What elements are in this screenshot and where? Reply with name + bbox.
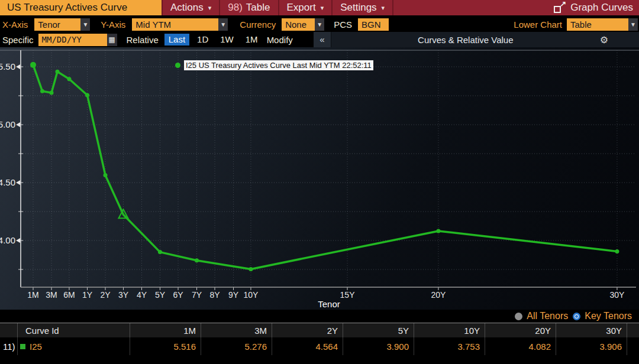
yield-curve-chart: 1M3M6M1Y2Y3Y4Y5Y6Y7Y8Y9Y10Y15Y20Y30Y5.50…: [0, 47, 639, 310]
col-header-2y[interactable]: 2Y: [272, 323, 343, 337]
settings-menu[interactable]: Settings ▾: [331, 0, 392, 15]
table-header-row: Curve Id 1M 3M 2Y 5Y 10Y 20Y 30Y: [0, 323, 639, 337]
relative-option-1d[interactable]: 1D: [193, 34, 212, 46]
chevron-down-icon: ▼: [218, 18, 228, 31]
value-10y: 3.753: [414, 337, 485, 355]
bottom-filler: [0, 355, 639, 364]
data-point-3M[interactable]: [50, 90, 54, 95]
series-dot-icon: [175, 63, 180, 68]
curve-I25[interactable]: [33, 65, 617, 269]
table-shortcut-button[interactable]: 98) Table: [219, 0, 277, 15]
chevron-down-icon: ▾: [382, 4, 385, 12]
panel-title: Curves & Relative Value: [331, 35, 600, 45]
export-menu[interactable]: Export ▾: [278, 0, 332, 15]
col-header-20y[interactable]: 20Y: [485, 323, 556, 337]
data-point-2Y[interactable]: [104, 173, 108, 177]
row-number-header: [0, 323, 18, 337]
key-tenors-radio[interactable]: Key Tenors: [573, 311, 632, 321]
data-point-1M[interactable]: [30, 62, 36, 68]
collapse-panel-button[interactable]: «: [314, 32, 331, 47]
all-tenors-label: All Tenors: [527, 311, 568, 321]
curve-id-value: I25: [30, 342, 42, 352]
gear-icon[interactable]: ⚙: [600, 34, 608, 46]
lower-chart-select[interactable]: Table ▼: [567, 18, 638, 31]
data-point-10Y[interactable]: [248, 267, 253, 271]
data-point-20Y[interactable]: [436, 229, 440, 233]
data-point-1Y[interactable]: [85, 93, 89, 98]
y-axis-arrow-icon: [16, 238, 20, 243]
modify-button[interactable]: Modify: [267, 35, 293, 45]
x-tick-label: 2Y: [100, 290, 111, 300]
x-tick-label: 1Y: [82, 290, 93, 300]
value-30y: 3.906: [556, 337, 627, 355]
x-tick-label: 4Y: [137, 290, 147, 300]
row-number: 11): [0, 337, 18, 355]
table-row[interactable]: 11) I25 5.516 5.276 4.564 3.900 3.753 4.…: [0, 337, 639, 355]
x-tick-label: 5Y: [155, 290, 166, 300]
col-header-10y[interactable]: 10Y: [414, 323, 485, 337]
y-tick-label: 5.00: [0, 119, 15, 129]
curve-id-header: Curve Id: [18, 323, 130, 337]
col-header-3m[interactable]: 3M: [201, 323, 272, 337]
value-2y: 4.564: [272, 337, 343, 355]
data-point-6M[interactable]: [67, 77, 71, 81]
x-tick-label: 6M: [63, 290, 75, 300]
x-tick-label: 8Y: [209, 290, 220, 300]
key-tenors-label: Key Tenors: [585, 311, 632, 321]
currency-label: Currency: [240, 20, 276, 30]
data-point-4M[interactable]: [55, 70, 59, 74]
page-title: US Treasury Actives Curve: [0, 0, 162, 15]
chevron-down-icon: ▼: [80, 18, 90, 31]
titlebar-spacer: [392, 0, 554, 15]
relative-option-1m[interactable]: 1M: [241, 34, 262, 46]
calendar-icon[interactable]: ▦: [107, 34, 117, 46]
date-toolbar: Specific MM/DD/YY ▦ Relative Last 1D 1W …: [0, 32, 639, 47]
curves-relative-value-panel: « Curves & Relative Value ⚙: [314, 32, 639, 47]
x-tick-label: 7Y: [192, 290, 202, 300]
y-tick-label: 4.00: [0, 235, 15, 245]
yield-curve-plot[interactable]: 1M3M6M1Y2Y3Y4Y5Y6Y7Y8Y9Y10Y15Y20Y30Y5.50…: [0, 47, 639, 310]
data-point-7Y[interactable]: [195, 258, 199, 262]
col-header-30y[interactable]: 30Y: [556, 323, 627, 337]
chevron-down-icon: ▼: [315, 18, 324, 31]
shortcut-number: 98): [228, 2, 243, 14]
radio-selected-icon: [573, 313, 580, 320]
x-tick-label: 9Y: [228, 290, 239, 300]
actions-menu[interactable]: Actions ▾: [162, 0, 219, 15]
y-tick-label: 4.50: [0, 177, 15, 187]
y-axis-arrow-icon: [16, 180, 20, 185]
chevron-down-icon: ▾: [208, 4, 212, 12]
col-header-1m[interactable]: 1M: [130, 323, 201, 337]
tenor-toggle-row: All Tenors Key Tenors: [0, 310, 639, 323]
axis-toolbar: X-Axis Tenor ▼ Y-Axis Mid YTM ▼ Currency…: [0, 17, 639, 32]
currency-select[interactable]: None ▼: [282, 18, 324, 31]
title-bar: US Treasury Actives Curve Actions ▾ 98) …: [0, 0, 639, 17]
x-axis-title: Tenor: [318, 299, 340, 309]
data-point-5Y[interactable]: [158, 250, 162, 254]
radio-unselected-icon: [515, 313, 522, 320]
relative-option-last[interactable]: Last: [164, 34, 189, 46]
data-point-30Y[interactable]: [615, 249, 619, 254]
curve-table: Curve Id 1M 3M 2Y 5Y 10Y 20Y 30Y 11) I25…: [0, 323, 639, 355]
x-tick-label: 15Y: [340, 290, 356, 300]
data-point-2M[interactable]: [40, 89, 44, 93]
pcs-field[interactable]: BGN: [358, 18, 389, 31]
chevron-down-icon: ▼: [628, 18, 638, 31]
value-5y: 3.900: [343, 337, 414, 355]
col-header-5y[interactable]: 5Y: [343, 323, 414, 337]
x-axis-select[interactable]: Tenor ▼: [34, 18, 90, 31]
lower-chart-label: Lower Chart: [514, 20, 562, 30]
pop-out-icon[interactable]: ↗: [554, 2, 566, 14]
x-tick-label: 1M: [27, 290, 38, 300]
specific-date-input[interactable]: MM/DD/YY: [38, 34, 107, 46]
y-axis-arrow-icon: [16, 122, 20, 127]
x-tick-label: 6Y: [173, 290, 183, 300]
relative-option-1w[interactable]: 1W: [216, 34, 238, 46]
y-axis-select[interactable]: Mid YTM ▼: [132, 18, 228, 31]
x-tick-label: 3M: [46, 290, 57, 300]
all-tenors-radio[interactable]: All Tenors: [515, 311, 568, 321]
legend-text: I25 US Treasury Actives Curve Last Mid Y…: [184, 60, 373, 70]
y-axis-arrow-icon: [16, 64, 20, 69]
x-tick-label: 3Y: [118, 290, 129, 300]
chart-legend[interactable]: I25 US Treasury Actives Curve Last Mid Y…: [175, 60, 373, 70]
